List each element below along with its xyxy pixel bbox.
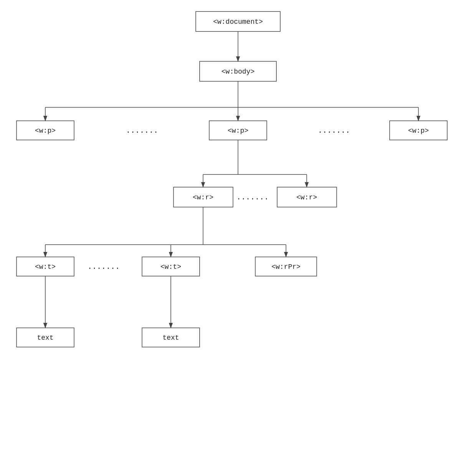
label-rpr: <w:rPr>	[271, 263, 301, 271]
label-r-left: <w:r>	[193, 194, 213, 201]
label-text-left: text	[37, 334, 53, 342]
dots-t: .......	[88, 262, 120, 271]
label-r-right: <w:r>	[296, 194, 317, 201]
dots-p-center-right: .......	[318, 126, 350, 135]
diagram-container: <w:document> <w:body> <w:p> <w:p> <w:p> …	[0, 0, 476, 464]
label-body: <w:body>	[221, 68, 255, 76]
dots-r: .......	[236, 193, 269, 202]
tree-diagram: <w:document> <w:body> <w:p> <w:p> <w:p> …	[0, 0, 476, 464]
label-p-center: <w:p>	[228, 127, 248, 135]
label-t-center: <w:t>	[160, 263, 181, 271]
dots-p-left-center: .......	[126, 126, 158, 135]
label-document: <w:document>	[213, 18, 263, 26]
label-text-center: text	[162, 334, 179, 342]
label-t-left: <w:t>	[35, 263, 56, 271]
label-p-left: <w:p>	[35, 127, 56, 135]
label-p-right: <w:p>	[408, 127, 429, 135]
